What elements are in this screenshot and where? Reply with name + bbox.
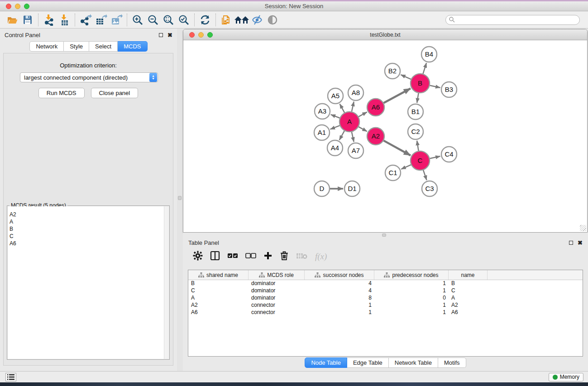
table-cell[interactable]: connector: [249, 309, 305, 316]
zoom-in-icon[interactable]: [130, 13, 145, 27]
table-cell[interactable]: 1: [374, 302, 449, 309]
tab-mcds[interactable]: MCDS: [118, 41, 147, 52]
node-A6[interactable]: A6: [367, 99, 384, 116]
panel-divider-horizontal[interactable]: [183, 233, 588, 237]
table-cell[interactable]: 1: [305, 309, 374, 316]
tab-edge-table[interactable]: Edge Table: [347, 357, 389, 368]
node-C4[interactable]: C4: [441, 147, 457, 162]
close-panel-button[interactable]: Close panel: [91, 88, 139, 98]
edge-B-B3[interactable]: [430, 86, 440, 88]
edge-C-C4[interactable]: [430, 156, 440, 158]
table-cell[interactable]: A: [449, 295, 488, 302]
columns-icon[interactable]: [210, 251, 220, 262]
edge-A-A3[interactable]: [331, 114, 340, 118]
table-cell[interactable]: C: [449, 287, 488, 295]
export-table-icon[interactable]: [93, 13, 109, 27]
edge-C-C3[interactable]: [423, 170, 427, 180]
table-cell[interactable]: A2: [188, 302, 249, 309]
column-header-predecessor-nodes[interactable]: predecessor nodes: [374, 270, 449, 280]
tab-network-table[interactable]: Network Table: [389, 357, 438, 368]
node-A1[interactable]: A1: [314, 125, 330, 140]
result-scrollbar[interactable]: [164, 206, 169, 359]
open-session-icon[interactable]: [5, 13, 20, 27]
table-cell[interactable]: 4: [305, 287, 374, 295]
table-cell[interactable]: C: [188, 287, 249, 295]
edge-A-A2[interactable]: [359, 127, 367, 131]
add-column-icon[interactable]: [263, 251, 272, 262]
table-cell[interactable]: B: [449, 280, 488, 287]
import-table-icon[interactable]: [57, 13, 72, 27]
edge-A-A7[interactable]: [352, 132, 354, 142]
tab-style[interactable]: Style: [64, 41, 89, 52]
import-network-icon[interactable]: [41, 13, 57, 27]
column-header-shared-name[interactable]: shared name: [188, 270, 249, 280]
zoom-out-icon[interactable]: [145, 13, 161, 27]
node-B4[interactable]: B4: [421, 47, 437, 62]
zoom-fit-icon[interactable]: [161, 13, 176, 27]
zoom-selected-icon[interactable]: [176, 13, 191, 27]
result-item[interactable]: A2: [10, 211, 169, 218]
result-item[interactable]: B: [10, 225, 169, 233]
table-cell[interactable]: 0: [374, 295, 449, 302]
divider-grip[interactable]: [178, 196, 182, 200]
select-all-icon[interactable]: [227, 253, 238, 261]
houses-icon[interactable]: [234, 13, 249, 27]
network-graph[interactable]: A5A8A3A1A4A7AA6A2B2B4BB3B1C2C4CC1C3DD1: [184, 40, 587, 232]
node-A4[interactable]: A4: [327, 140, 343, 156]
show-details-icon[interactable]: [265, 13, 280, 27]
node-C[interactable]: C: [411, 151, 430, 170]
tab-node-table[interactable]: Node Table: [305, 357, 347, 368]
node-C1[interactable]: C1: [385, 165, 401, 181]
run-mcds-button[interactable]: Run MCDS: [38, 88, 85, 98]
node-B2[interactable]: B2: [385, 63, 400, 79]
refresh-icon[interactable]: [197, 13, 213, 27]
network-canvas[interactable]: A5A8A3A1A4A7AA6A2B2B4BB3B1C2C4CC1C3DD1: [184, 40, 587, 232]
tab-select[interactable]: Select: [89, 41, 118, 52]
task-history-button[interactable]: [5, 373, 16, 381]
table-cell[interactable]: dominator: [249, 287, 305, 295]
table-cell[interactable]: 1: [374, 309, 449, 316]
hide-details-icon[interactable]: [249, 13, 265, 27]
edge-B-B1[interactable]: [417, 93, 418, 103]
edge-A-A1[interactable]: [330, 125, 340, 129]
node-B[interactable]: B: [411, 74, 430, 93]
float-panel-icon[interactable]: [159, 33, 163, 37]
node-B3[interactable]: B3: [441, 82, 457, 97]
result-item[interactable]: C: [10, 233, 169, 240]
table-header-row[interactable]: shared nameMCDS rolesuccessor nodesprede…: [188, 270, 583, 280]
window-resize-handle[interactable]: [580, 225, 586, 231]
close-panel-icon[interactable]: ✖: [578, 241, 583, 245]
table-row[interactable]: A6connector11A6: [188, 309, 583, 316]
mcds-result-list[interactable]: A2ABCA6: [8, 206, 169, 359]
edge-A-A4[interactable]: [339, 131, 344, 140]
gear-icon[interactable]: [193, 251, 203, 262]
divider-grip[interactable]: [382, 234, 386, 237]
node-D1[interactable]: D1: [344, 181, 360, 196]
save-session-icon[interactable]: [20, 13, 35, 27]
table-row[interactable]: Bdominator41B: [188, 280, 583, 287]
node-A2[interactable]: A2: [367, 128, 384, 145]
table-cell[interactable]: 4: [305, 280, 374, 287]
edge-A-A6[interactable]: [359, 112, 367, 117]
table-row[interactable]: Cdominator41C: [188, 287, 583, 295]
column-header-name[interactable]: name: [449, 270, 488, 280]
table-row[interactable]: A2connector11A2: [188, 302, 583, 309]
table-cell[interactable]: A6: [188, 309, 249, 316]
node-C2[interactable]: C2: [408, 124, 423, 139]
node-A5[interactable]: A5: [328, 88, 343, 104]
table-cell[interactable]: A: [188, 295, 249, 302]
table-body[interactable]: Bdominator41BCdominator41CAdominator80AA…: [188, 280, 583, 316]
criterion-dropdown[interactable]: largest connected component (directed) ▲…: [20, 72, 158, 82]
table-cell[interactable]: B: [188, 280, 249, 287]
node-C3[interactable]: C3: [422, 181, 437, 196]
table-cell[interactable]: A6: [449, 309, 488, 316]
float-panel-icon[interactable]: [569, 241, 573, 245]
table-cell[interactable]: 1: [305, 302, 374, 309]
node-A7[interactable]: A7: [348, 143, 363, 158]
deselect-all-icon[interactable]: [245, 253, 256, 261]
panel-divider-vertical[interactable]: [177, 29, 183, 371]
edge-B-B2[interactable]: [401, 75, 411, 79]
table-cell[interactable]: 8: [305, 295, 374, 302]
edge-B-B4[interactable]: [423, 63, 426, 74]
edge-A6-B[interactable]: [384, 88, 411, 103]
